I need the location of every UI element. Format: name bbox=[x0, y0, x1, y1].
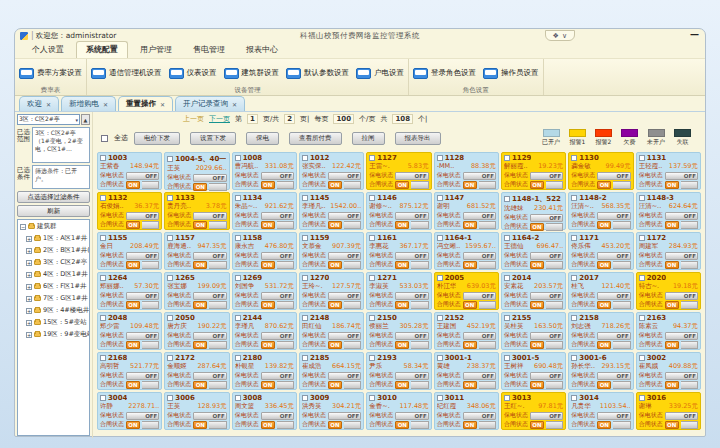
hezha-off-toggle[interactable] bbox=[546, 301, 563, 309]
hezha-off-toggle[interactable] bbox=[277, 181, 294, 189]
tree-item[interactable]: + 19区：9#变电站（2# bbox=[20, 330, 88, 339]
card-checkbox[interactable] bbox=[639, 355, 645, 361]
hezha-off-toggle[interactable] bbox=[277, 421, 294, 429]
hezha-off-toggle[interactable] bbox=[209, 301, 226, 309]
meter-card[interactable]: 2155 吴桂英 163.50元 保电状态 OFF 合闸状态 ON bbox=[501, 312, 566, 350]
baodian-off-toggle[interactable]: OFF bbox=[463, 372, 496, 380]
select-all-checkbox[interactable] bbox=[101, 135, 108, 142]
baodian-off-toggle[interactable]: OFF bbox=[328, 172, 361, 180]
hezha-off-toggle[interactable] bbox=[613, 221, 630, 229]
hezha-off-toggle[interactable] bbox=[479, 181, 496, 189]
baodian-off-toggle[interactable]: OFF bbox=[126, 372, 159, 380]
card-checkbox[interactable] bbox=[437, 195, 443, 201]
menu-tab[interactable]: 售电管理 bbox=[184, 42, 234, 58]
toolbar-button[interactable]: 电价下发 bbox=[134, 132, 180, 145]
baodian-off-toggle[interactable]: OFF bbox=[328, 372, 361, 380]
hezha-on-toggle[interactable]: ON bbox=[395, 221, 409, 229]
meter-card[interactable]: 1264 郑丽娜.. 57.30元 保电状态 OFF 合闸状态 ON bbox=[97, 272, 162, 310]
baodian-off-toggle[interactable]: OFF bbox=[193, 372, 226, 380]
meter-card[interactable]: 1270 王玲~. 127.57元 保电状态 OFF 合闸状态 ON bbox=[299, 272, 364, 310]
hezha-on-toggle[interactable]: ON bbox=[328, 301, 342, 309]
baodian-off-toggle[interactable]: OFF bbox=[261, 172, 294, 180]
baodian-off-toggle[interactable]: OFF bbox=[530, 412, 563, 420]
baodian-off-toggle[interactable]: OFF bbox=[463, 172, 496, 180]
hezha-off-toggle[interactable] bbox=[546, 261, 563, 269]
hezha-on-toggle[interactable]: ON bbox=[261, 181, 275, 189]
hezha-off-toggle[interactable] bbox=[209, 421, 226, 429]
tree-item[interactable]: + 3区：C区2#亭（1# bbox=[20, 258, 88, 267]
document-tab[interactable]: 新增购电 ✕ bbox=[61, 96, 116, 111]
hezha-on-toggle[interactable]: ON bbox=[530, 421, 544, 429]
close-icon[interactable]: ✕ bbox=[160, 101, 165, 108]
hezha-on-toggle[interactable]: ON bbox=[530, 341, 544, 349]
card-checkbox[interactable] bbox=[302, 315, 308, 321]
card-checkbox[interactable] bbox=[235, 275, 241, 281]
meter-card[interactable]: 1157 鹿海通.. 947.35元 保电状态 OFF 合闸状态 ON bbox=[164, 232, 229, 270]
hezha-on-toggle[interactable]: ON bbox=[665, 221, 679, 229]
hezha-off-toggle[interactable] bbox=[142, 221, 159, 229]
card-checkbox[interactable] bbox=[167, 156, 173, 162]
minimize-button[interactable]: — bbox=[690, 29, 699, 40]
meter-card[interactable]: 1146 谢修~.. 875.12元 保电状态 OFF 合闸状态 ON bbox=[366, 192, 431, 230]
meter-card[interactable]: 3004 许静 2278.71.. 保电状态 OFF 合闸状态 ON bbox=[97, 392, 162, 430]
hezha-off-toggle[interactable] bbox=[681, 381, 698, 389]
card-checkbox[interactable] bbox=[302, 275, 308, 281]
hezha-off-toggle[interactable] bbox=[411, 221, 428, 229]
meter-card[interactable]: 2050 唐方庆 190.22元 保电状态 OFF 合闸状态 ON bbox=[164, 312, 229, 350]
card-checkbox[interactable] bbox=[504, 196, 510, 202]
hezha-off-toggle[interactable] bbox=[613, 261, 630, 269]
meter-card[interactable]: 2163 陈素云 94.37元 保电状态 OFF 合闸状态 ON bbox=[636, 312, 701, 350]
hezha-off-toggle[interactable] bbox=[209, 261, 226, 269]
next-page-link[interactable]: 下一页 bbox=[209, 114, 230, 124]
hezha-off-toggle[interactable] bbox=[142, 421, 159, 429]
hezha-on-toggle[interactable]: ON bbox=[328, 341, 342, 349]
hezha-off-toggle[interactable] bbox=[142, 301, 159, 309]
baodian-off-toggle[interactable]: OFF bbox=[665, 172, 698, 180]
chevron-down-icon[interactable]: ∨ bbox=[562, 32, 567, 40]
hezha-on-toggle[interactable]: ON bbox=[395, 421, 409, 429]
hezha-off-toggle[interactable] bbox=[344, 261, 361, 269]
hezha-off-toggle[interactable] bbox=[546, 181, 563, 189]
spin-button[interactable]: ▲ bbox=[81, 114, 90, 125]
card-checkbox[interactable] bbox=[504, 395, 510, 401]
card-checkbox[interactable] bbox=[369, 195, 375, 201]
baodian-off-toggle[interactable]: OFF bbox=[530, 332, 563, 340]
card-checkbox[interactable] bbox=[639, 235, 645, 241]
hezha-off-toggle[interactable] bbox=[546, 421, 563, 429]
hezha-on-toggle[interactable]: ON bbox=[126, 421, 140, 429]
card-checkbox[interactable] bbox=[571, 355, 577, 361]
ribbon-item[interactable]: 登录角色设置 bbox=[413, 68, 476, 79]
hezha-off-toggle[interactable] bbox=[277, 221, 294, 229]
hezha-off-toggle[interactable] bbox=[344, 341, 361, 349]
meter-card[interactable]: 2020 特古~. 19.18元 保电状态 OFF 合闸状态 ON bbox=[636, 272, 701, 310]
hezha-on-toggle[interactable]: ON bbox=[597, 181, 611, 189]
meter-card[interactable]: 1155 金日 208.49元 保电状态 OFF 合闸状态 ON bbox=[97, 232, 162, 270]
hezha-on-toggle[interactable]: ON bbox=[261, 261, 275, 269]
meter-card[interactable]: 1134 朱品~.. 921.62元 保电状态 OFF 合闸状态 ON bbox=[232, 192, 297, 230]
hezha-off-toggle[interactable] bbox=[681, 421, 698, 429]
hezha-on-toggle[interactable]: ON bbox=[530, 223, 544, 231]
hezha-off-toggle[interactable] bbox=[411, 421, 428, 429]
baodian-off-toggle[interactable]: OFF bbox=[328, 292, 361, 300]
toolbar-button[interactable]: 拉闸 bbox=[352, 132, 385, 145]
meter-card[interactable]: 1128 -MM.. 88.38元 保电状态 OFF 合闸状态 ON bbox=[434, 152, 499, 190]
hezha-on-toggle[interactable]: ON bbox=[463, 181, 477, 189]
meter-card[interactable]: 1004-5、40一 王英 2029.66.. 保电状态 OFF 合闸状态 bbox=[164, 152, 229, 190]
meter-card[interactable]: 3009 洪秀英 304.21元 保电状态 OFF 合闸状态 ON bbox=[299, 392, 364, 430]
hezha-on-toggle[interactable]: ON bbox=[328, 421, 342, 429]
hezha-off-toggle[interactable] bbox=[411, 181, 428, 189]
card-checkbox[interactable] bbox=[302, 355, 308, 361]
baodian-off-toggle[interactable]: OFF bbox=[328, 332, 361, 340]
card-checkbox[interactable] bbox=[235, 355, 241, 361]
expand-icon[interactable]: + bbox=[26, 308, 32, 314]
meter-card[interactable]: 1133 贵丹亮.. 3.78元 保电状态 OFF 合闸状态 ON bbox=[164, 192, 229, 230]
meter-card[interactable]: 1147 谢明 681.52元 保电状态 OFF 合闸状态 ON bbox=[434, 192, 499, 230]
baodian-off-toggle[interactable]: OFF bbox=[463, 212, 496, 220]
hezha-on-toggle[interactable]: ON bbox=[328, 221, 342, 229]
baodian-off-toggle[interactable]: OFF bbox=[665, 212, 698, 220]
hezha-off-toggle[interactable] bbox=[613, 341, 630, 349]
toolbar-button[interactable]: 保电 bbox=[246, 132, 279, 145]
meter-card[interactable]: 3013 王红~. 97.81元 保电状态 OFF 合闸状态 ON bbox=[501, 392, 566, 430]
meter-card[interactable]: 1271 李淑英 533.03元 保电状态 OFF 合闸状态 ON bbox=[366, 272, 431, 310]
hezha-off-toggle[interactable] bbox=[479, 421, 496, 429]
